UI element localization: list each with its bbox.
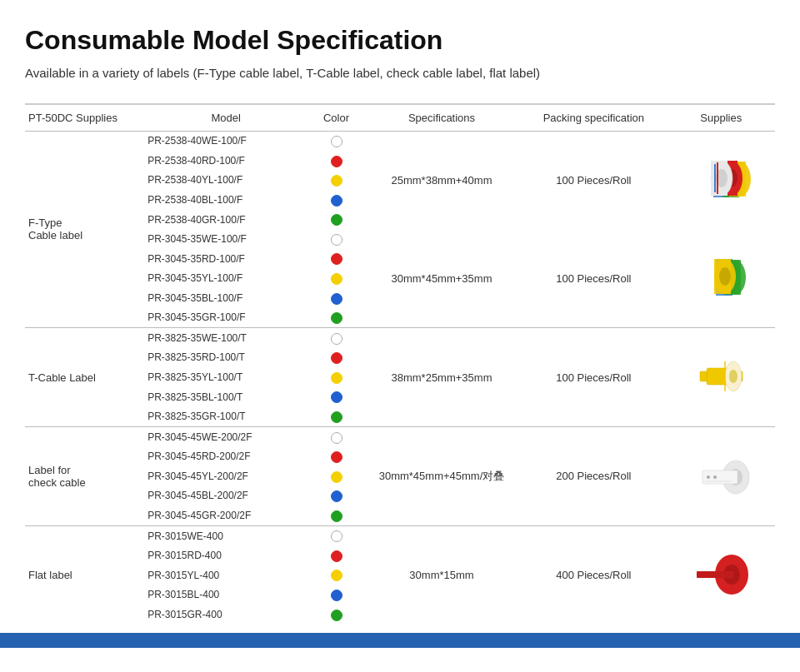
blue-dot <box>331 195 342 207</box>
model-cell: PR-3825-35YL-100/T <box>142 367 309 387</box>
color-cell <box>309 486 363 506</box>
model-cell: PR-3045-45WE-200/2F <box>142 426 309 446</box>
supply-image-cell <box>668 131 775 229</box>
packing-cell: 400 Pieces/Roll <box>520 525 667 624</box>
model-cell: PR-3045-35WE-100/F <box>142 229 309 249</box>
red-dot <box>331 253 342 265</box>
col-header-color: Color <box>309 104 363 132</box>
model-cell: PR-3045-45RD-200/2F <box>142 447 309 467</box>
model-cell: PR-3045-35YL-100/F <box>142 268 309 288</box>
white-dot <box>331 432 342 444</box>
supply-image <box>688 156 754 202</box>
svg-rect-22 <box>700 371 707 381</box>
color-cell <box>309 525 363 545</box>
model-cell: PR-3045-35BL-100/F <box>142 288 309 308</box>
col-header-supply-img: Supplies <box>668 104 775 132</box>
model-cell: PR-3015RD-400 <box>142 545 309 565</box>
yellow-dot <box>331 273 342 285</box>
green-dot <box>331 312 342 324</box>
color-cell <box>309 505 363 525</box>
group-label-text: Flat label <box>28 569 72 581</box>
color-cell <box>309 447 363 467</box>
blue-dot <box>331 590 342 601</box>
color-cell <box>309 406 363 426</box>
model-cell: PR-3015WE-400 <box>142 525 309 545</box>
color-cell <box>309 308 363 328</box>
model-cell: PR-3045-45GR-200/2F <box>142 505 309 525</box>
page-title: Consumable Model Specification <box>25 25 775 56</box>
supply-image-cell <box>668 525 775 624</box>
color-cell <box>309 268 363 288</box>
color-cell <box>309 565 363 585</box>
model-cell: PR-3825-35GR-100/T <box>142 406 309 426</box>
group-label-text: Cable label <box>28 229 82 241</box>
model-cell: PR-2538-40YL-100/F <box>142 171 309 191</box>
col-header-model: Model <box>142 104 309 132</box>
model-cell: PR-3045-45YL-200/2F <box>142 466 309 486</box>
color-cell <box>309 328 363 348</box>
model-cell: PR-3825-35BL-100/T <box>142 387 309 407</box>
supply-image <box>688 254 754 300</box>
green-dot <box>331 510 342 522</box>
svg-point-25 <box>729 370 738 383</box>
group-label-text: Label for <box>28 464 71 476</box>
model-cell: PR-2538-40RD-100/F <box>142 151 309 171</box>
col-header-spec: Specifications <box>363 104 520 132</box>
spec-cell: 25mm*38mm+40mm <box>363 131 520 229</box>
model-cell: PR-2538-40GR-100/F <box>142 210 309 230</box>
model-cell: PR-2538-40WE-100/F <box>142 131 309 151</box>
packing-cell: 100 Pieces/Roll <box>520 229 667 327</box>
supply-image <box>688 551 754 597</box>
spec-cell: 38mm*25mm+35mm <box>363 328 520 427</box>
model-cell: PR-3015YL-400 <box>142 565 309 585</box>
yellow-dot <box>331 570 342 581</box>
color-cell <box>309 171 363 191</box>
table-row: Label forcheck cablePR-3045-45WE-200/2F3… <box>25 426 775 446</box>
color-cell <box>309 249 363 269</box>
color-cell <box>309 131 363 151</box>
color-cell <box>309 210 363 230</box>
supply-image-cell <box>668 426 775 525</box>
red-dot <box>331 550 342 562</box>
color-cell <box>309 348 363 368</box>
supply-image-cell <box>668 229 775 327</box>
model-cell: PR-3015GR-400 <box>142 605 309 625</box>
yellow-dot <box>331 471 342 483</box>
col-header-supplies: PT-50DC Supplies <box>25 104 142 132</box>
color-cell <box>309 367 363 387</box>
svg-point-30 <box>707 475 710 479</box>
col-header-packing: Packing specification <box>520 104 667 132</box>
color-cell <box>309 426 363 446</box>
color-cell <box>309 288 363 308</box>
yellow-dot <box>331 175 342 187</box>
model-cell: PR-3045-35RD-100/F <box>142 249 309 269</box>
spec-cell: 30mm*15mm <box>363 525 520 624</box>
white-dot <box>331 530 342 542</box>
svg-point-20 <box>719 267 731 286</box>
group-label: Flat label <box>25 525 142 624</box>
table-row: Flat labelPR-3015WE-40030mm*15mm400 Piec… <box>25 525 775 545</box>
green-dot <box>331 214 342 226</box>
group-label-text: F-Type <box>28 217 62 229</box>
white-dot <box>331 234 342 246</box>
table-header-row: PT-50DC Supplies Model Color Specificati… <box>25 104 775 132</box>
model-cell: PR-3825-35WE-100/T <box>142 328 309 348</box>
bottom-bar <box>0 633 800 648</box>
packing-cell: 100 Pieces/Roll <box>520 328 667 427</box>
page-container: Consumable Model Specification Available… <box>0 0 800 625</box>
group-label-text: T-Cable Label <box>28 371 96 384</box>
svg-point-31 <box>713 475 717 479</box>
red-dot <box>331 156 342 167</box>
model-cell: PR-3825-35RD-100/T <box>142 348 309 368</box>
model-cell: PR-3045-35GR-100/F <box>142 308 309 328</box>
supply-image <box>688 353 754 399</box>
packing-cell: 200 Pieces/Roll <box>520 426 667 525</box>
supply-image <box>688 452 754 498</box>
white-dot <box>331 333 342 345</box>
color-cell <box>309 545 363 565</box>
model-cell: PR-2538-40BL-100/F <box>142 190 309 210</box>
color-cell <box>309 466 363 486</box>
table-row: T-Cable LabelPR-3825-35WE-100/T38mm*25mm… <box>25 328 775 348</box>
model-cell: PR-3015BL-400 <box>142 585 309 605</box>
green-dot <box>331 411 342 423</box>
